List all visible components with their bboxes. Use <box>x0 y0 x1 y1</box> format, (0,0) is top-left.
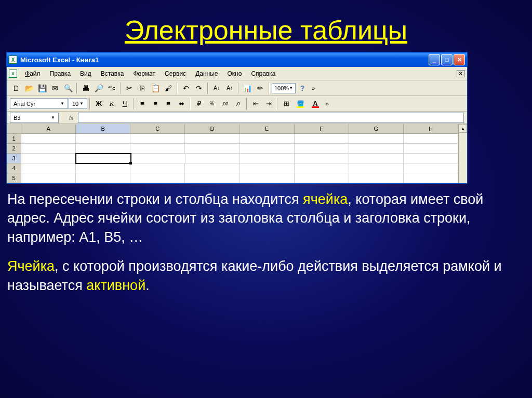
sort-asc-icon[interactable]: A↓ <box>210 82 223 94</box>
cell[interactable] <box>404 134 458 144</box>
paste-icon[interactable]: 📋 <box>149 82 162 94</box>
row-header-3[interactable]: 3 <box>7 154 21 163</box>
cell[interactable] <box>130 134 185 144</box>
cut-icon[interactable]: ✂ <box>123 82 136 94</box>
menu-view[interactable]: Вид <box>75 68 96 79</box>
decrease-decimal-icon[interactable]: ,0 <box>232 98 244 110</box>
active-cell[interactable] <box>75 153 131 164</box>
menu-data[interactable]: Данные <box>191 68 222 79</box>
cell[interactable] <box>240 154 295 163</box>
cell[interactable] <box>185 163 240 173</box>
menu-help[interactable]: Справка <box>246 68 280 79</box>
align-right-icon[interactable]: ≡ <box>162 98 175 110</box>
new-icon[interactable]: 🗋 <box>10 82 22 94</box>
name-box[interactable]: B3▼ <box>10 113 59 123</box>
document-icon[interactable]: X <box>9 70 17 78</box>
cell[interactable] <box>185 154 240 163</box>
cell[interactable] <box>130 163 185 173</box>
scroll-track[interactable] <box>459 133 467 183</box>
cell[interactable] <box>76 134 130 144</box>
formula-input[interactable] <box>78 113 464 123</box>
email-icon[interactable]: ✉ <box>49 82 61 94</box>
save-icon[interactable]: 💾 <box>36 82 48 94</box>
print-icon[interactable]: 🖶 <box>79 82 92 94</box>
merge-icon[interactable]: ⬌ <box>175 98 188 110</box>
cell[interactable] <box>76 144 130 154</box>
increase-indent-icon[interactable]: ⇥ <box>262 98 275 110</box>
cell[interactable] <box>130 144 185 154</box>
underline-button[interactable]: Ч <box>118 98 131 110</box>
cell[interactable] <box>295 173 349 183</box>
undo-icon[interactable]: ↶ <box>180 82 192 94</box>
open-icon[interactable]: 📂 <box>23 82 35 94</box>
menu-file[interactable]: Файл <box>20 68 45 79</box>
font-size-selector[interactable]: 10▼ <box>69 98 87 109</box>
cell[interactable] <box>295 144 349 154</box>
redo-icon[interactable]: ↷ <box>193 82 205 94</box>
increase-decimal-icon[interactable]: ,00 <box>219 98 231 110</box>
copy-icon[interactable]: ⎘ <box>136 82 149 94</box>
cell[interactable] <box>240 134 295 144</box>
minimize-button[interactable]: _ <box>429 54 440 65</box>
col-header-e[interactable]: E <box>240 124 295 134</box>
sort-desc-icon[interactable]: A↑ <box>223 82 236 94</box>
cell[interactable] <box>295 154 349 163</box>
align-left-icon[interactable]: ≡ <box>136 98 149 110</box>
cell[interactable] <box>240 144 295 154</box>
maximize-button[interactable]: □ <box>441 54 453 65</box>
col-header-h[interactable]: H <box>404 124 458 134</box>
fx-label[interactable]: fx <box>69 115 74 121</box>
cell[interactable] <box>21 173 76 183</box>
cell[interactable] <box>76 163 130 173</box>
zoom-box[interactable]: 100%▼ <box>272 83 296 93</box>
cell[interactable] <box>21 144 76 154</box>
menu-edit[interactable]: Правка <box>45 68 76 79</box>
cell[interactable] <box>349 144 404 154</box>
row-header-4[interactable]: 4 <box>7 163 21 173</box>
percent-icon[interactable]: % <box>206 98 218 110</box>
vertical-scrollbar[interactable]: ▲ <box>458 124 467 183</box>
currency-icon[interactable]: ₽ <box>193 98 205 110</box>
col-header-c[interactable]: C <box>130 124 185 134</box>
cell[interactable] <box>240 173 295 183</box>
row-header-1[interactable]: 1 <box>7 134 21 144</box>
bold-button[interactable]: Ж <box>92 98 105 110</box>
cell[interactable] <box>185 134 240 144</box>
sheet-grid[interactable]: A B C D E F G H 1 2 3 4 <box>7 124 458 183</box>
cell[interactable] <box>404 154 458 163</box>
cell[interactable] <box>21 154 76 163</box>
cell[interactable] <box>131 154 185 163</box>
cell[interactable] <box>21 134 76 144</box>
cell[interactable] <box>295 163 349 173</box>
italic-button[interactable]: К <box>105 98 118 110</box>
cell[interactable] <box>349 173 404 183</box>
cell[interactable] <box>404 163 458 173</box>
doc-close-button[interactable]: ✕ <box>457 70 465 77</box>
cell[interactable] <box>404 144 458 154</box>
cell[interactable] <box>130 173 185 183</box>
menu-window[interactable]: Окно <box>222 68 246 79</box>
toolbar-more-icon[interactable]: » <box>323 101 331 107</box>
cell[interactable] <box>295 134 349 144</box>
select-all-corner[interactable] <box>7 124 21 134</box>
align-center-icon[interactable]: ≡ <box>149 98 162 110</box>
cell[interactable] <box>349 134 404 144</box>
menu-insert[interactable]: Вставка <box>96 68 129 79</box>
col-header-a[interactable]: A <box>21 124 76 134</box>
cell[interactable] <box>240 163 295 173</box>
search-icon[interactable]: 🔍 <box>62 82 74 94</box>
spellcheck-icon[interactable]: ᴬᴮᴄ <box>105 82 118 94</box>
fill-color-button[interactable]: 🪣 <box>293 98 308 109</box>
cell[interactable] <box>185 144 240 154</box>
cell[interactable] <box>349 163 404 173</box>
borders-icon[interactable]: ⊞ <box>280 98 292 110</box>
font-selector[interactable]: Arial Cyr▼ <box>10 98 68 109</box>
cell[interactable] <box>404 173 458 183</box>
close-button[interactable]: ✕ <box>454 54 465 65</box>
cell[interactable] <box>349 154 404 163</box>
decrease-indent-icon[interactable]: ⇤ <box>249 98 262 110</box>
scroll-up-icon[interactable]: ▲ <box>459 124 467 133</box>
drawing-icon[interactable]: ✏ <box>254 82 267 94</box>
row-header-2[interactable]: 2 <box>7 144 21 154</box>
cell[interactable] <box>185 173 240 183</box>
